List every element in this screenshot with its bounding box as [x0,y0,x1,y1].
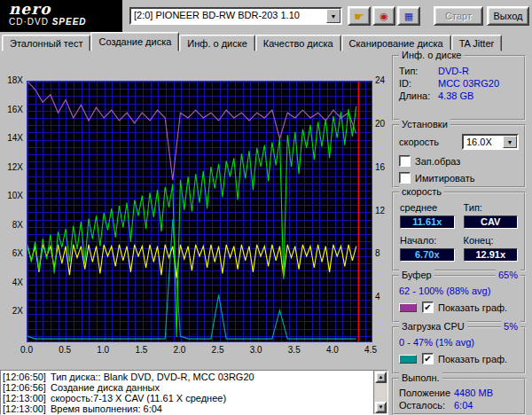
axis-tick: 12X [0,162,23,172]
header-toolbar: nero CD·DVD SPEED [2:0] PIONEER BD-RW BD… [0,0,532,32]
show-graph-label: Показать граф. [438,354,507,364]
axis-tick: 16 [375,162,385,172]
checkbox[interactable]: ✔ [422,301,434,313]
log-line: [12:13:00]Время выполнения: 6:04 [3,403,370,414]
axis-tick: 4.5 [360,345,381,355]
side-panel: Инф. о диске Тип: DVD-R ID: MCC 03RG20 Д… [390,51,530,415]
axis-tick: 8 [375,248,380,258]
group-title: скорость [399,186,444,198]
axis-tick: 14X [0,133,23,143]
axis-tick: 16X [0,105,23,114]
scroll-down-icon[interactable]: ▼ [375,402,387,413]
buffer-group: Буфер 65% 62 - 100% (88% avg) ✔ Показать… [392,275,526,323]
end-speed-value: 12.91x [464,248,519,262]
buffer-range: 62 - 100% (88% avg) [399,286,519,296]
simulate-option[interactable]: Имитировать [399,172,519,184]
hand-icon: ☛ [354,11,364,22]
position-row: Положение 4480 МВ [399,388,519,398]
checkbox[interactable]: ✔ [422,353,434,364]
drive-selector[interactable]: [2:0] PIONEER BD-RW BDR-203 1.10 ▼ [129,7,342,25]
series-secondary-speed [27,245,356,278]
axis-tick: 4 [375,292,380,301]
speed-setting-row: скорость 16.0X ▼ [399,134,519,150]
axis-tick: 12 [375,206,385,215]
nero-cd-dvd-speed-window: nero CD·DVD SPEED [2:0] PIONEER BD-RW BD… [0,0,532,415]
chart-plot [27,81,372,342]
group-title: Загрузка CPU [399,321,467,333]
axis-tick: 1.0 [92,345,113,355]
group-title: Буфер [399,270,434,281]
exit-button[interactable]: Выход [487,6,529,26]
avg-speed-value: 11.61x [400,215,455,229]
scroll-up-icon[interactable]: ▲ [375,372,387,383]
cpu-color-swatch [399,355,417,364]
axis-tick: 2.0 [168,345,190,355]
axis-tick: 24 [375,75,385,85]
speed-group: скорость среднее Тип: 11.61x CAV Начало:… [392,192,526,271]
speed-select[interactable]: 16.0X ▼ [462,134,519,150]
group-title: Инф. о диске [399,50,464,61]
start-speed-value: 6.70x [400,248,455,262]
disc-icon: ◉ [379,12,388,21]
axis-tick: 4X [0,278,23,287]
settings-group: Установки скорость 16.0X ▼ Зап.образ Ими… [392,124,526,188]
hand-tool-button[interactable]: ☛ [348,6,371,26]
axis-tick: 8X [0,220,23,230]
end-label: Конец: [464,235,519,246]
buffer-percent: 65% [496,270,520,281]
axis-tick: 0.0 [16,345,37,355]
log-line: [12:13:00]скорость:7-13 X CAV (11.61 X с… [3,393,370,403]
log-scrollbar[interactable]: ▲ ▼ [373,371,387,414]
tab-benchmark[interactable]: Эталонный тест [2,35,90,51]
tab-disc-quality[interactable]: Качество диска [255,35,341,51]
progress-group: Выполн. Положение 4480 МВ Осталось: 6:04 [392,378,526,415]
write-image-option[interactable]: Зап.образ [399,155,519,167]
axis-tick: 4.0 [322,345,343,355]
remaining-value: 6:04 [454,400,473,411]
chart-svg [27,82,372,341]
chart-area: 18X16X14X12X10X8X6X4X2X24201612840.00.51… [0,51,388,369]
remaining-row: Осталось: 6:04 [399,400,519,411]
disc-type-value: DVD-R [438,66,469,76]
checkbox[interactable] [399,172,411,184]
avg-label: среднее [400,202,455,213]
chart-icon: ▦ [404,12,413,21]
series-buffer-level [27,82,356,180]
axis-tick: 18X [0,75,23,85]
axis-tick: 3.5 [284,345,305,355]
cpu-range: 0 - 47% (1% avg) [399,337,519,348]
axis-tick: 3.0 [246,345,267,355]
disc-tool-button[interactable]: ◉ [372,6,395,26]
buffer-show-graph-option[interactable]: ✔ Показать граф. [399,301,519,313]
speed-label: скорость [399,137,439,147]
log-line: [12:06:56]Создание диска данных [3,382,370,393]
tab-create-disc[interactable]: Создание диска [90,32,179,51]
group-title: Выполн. [399,372,442,384]
chevron-down-icon[interactable]: ▼ [326,9,340,23]
position-value: 4480 МВ [454,388,493,398]
chart-tool-button[interactable]: ▦ [397,6,420,26]
write-image-label: Зап.образ [415,156,460,167]
chevron-down-icon[interactable]: ▼ [503,136,517,148]
start-label: Начало: [400,235,455,246]
simulate-label: Имитировать [415,173,474,184]
log-line: [12:06:50]Тип диска:: Blank DVD, DVD-R, … [3,372,370,382]
cpu-percent: 5% [501,321,520,333]
checkbox[interactable] [399,155,411,167]
series-write-speed [27,106,356,337]
disc-id-value: MCC 03RG20 [438,78,499,89]
cpu-show-graph-option[interactable]: ✔ Показать граф. [399,353,519,364]
axis-tick: 2X [0,306,23,316]
axis-tick: 2.5 [207,345,229,355]
axis-tick: 10X [0,191,23,200]
speed-type-value: CAV [464,215,519,229]
disc-type-row: Тип: DVD-R [399,66,519,76]
logo-text-cddvd: CD·DVD SPEED [9,17,122,27]
logo-text-nero: nero [9,1,122,17]
start-button[interactable]: Старт [434,6,483,26]
disc-length-value: 4.38 GB [438,90,473,101]
nero-logo: nero CD·DVD SPEED [0,0,122,32]
tab-strip: Эталонный тест Создание диска Инф. о дис… [0,32,532,51]
tab-disc-info[interactable]: Инф. о диске [179,35,254,51]
disc-info-group: Инф. о диске Тип: DVD-R ID: MCC 03RG20 Д… [392,55,526,121]
